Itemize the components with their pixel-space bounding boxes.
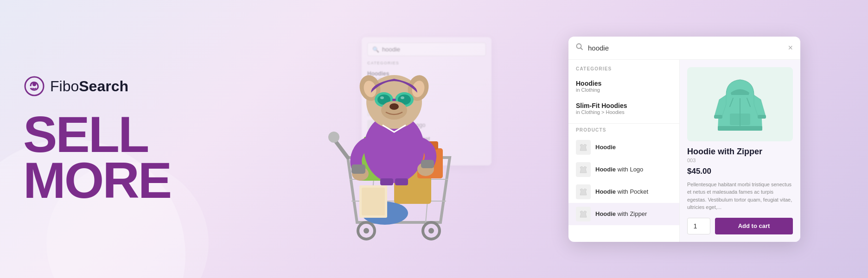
svg-point-11: [428, 228, 434, 234]
search-header: hoodie ×: [568, 37, 800, 60]
search-panel: hoodie × CATEGORIES Hoodies in Clothing: [568, 37, 800, 242]
product-detail-description: Pellentesque habitant morbi tristique se…: [687, 181, 793, 211]
detail-column: Hoodie with Zipper 003 $45.00 Pellentesq…: [680, 60, 800, 242]
product-detail-title: Hoodie with Zipper: [687, 147, 793, 157]
products-section-label: PRODUCTS: [568, 127, 679, 136]
right-section: hoodie × CATEGORIES Hoodies in Clothing: [501, 27, 868, 251]
category-name-hoodies: Hoodies: [576, 80, 672, 87]
logo-text: FiboSearch: [50, 78, 128, 95]
svg-point-39: [389, 103, 399, 110]
divider-1: [568, 123, 679, 124]
bg-search-value: hoodie: [382, 46, 400, 53]
add-to-cart-button[interactable]: Add to cart: [715, 218, 793, 234]
hero-headline: SELL MORE: [23, 111, 246, 203]
product-item-logo[interactable]: Hoodie with Logo: [568, 158, 679, 181]
page-container: FiboSearch SELL MORE 🔍 hoodie CATEGORIES…: [0, 0, 868, 278]
category-path-slim-fit: in Clothing > Hoodies: [576, 109, 672, 115]
product-name-zipper: Hoodie with Zipper: [595, 210, 647, 217]
svg-point-1: [32, 82, 36, 86]
svg-rect-48: [714, 115, 722, 119]
svg-point-35: [380, 96, 384, 99]
category-item-slim-fit[interactable]: Slim-Fit Hoodies in Clothing > Hoodies: [568, 97, 679, 120]
svg-rect-46: [730, 114, 750, 125]
product-name-hoodie: Hoodie: [595, 144, 616, 151]
quantity-input[interactable]: [687, 218, 710, 234]
search-input-display[interactable]: hoodie: [588, 44, 783, 52]
product-thumb-pocket: [576, 184, 591, 199]
svg-rect-21: [362, 188, 385, 215]
product-item-pocket[interactable]: Hoodie with Pocket: [568, 181, 679, 203]
svg-rect-47: [718, 126, 762, 131]
add-to-cart-row: Add to cart: [687, 218, 793, 234]
svg-point-36: [401, 96, 404, 99]
hoodie-image: [712, 74, 768, 134]
product-name-pocket: Hoodie with Pocket: [595, 188, 648, 195]
product-detail-price: $45.00: [687, 167, 793, 176]
product-name-logo: Hoodie with Logo: [595, 166, 643, 173]
close-icon[interactable]: ×: [788, 43, 793, 53]
search-icon: [576, 43, 583, 52]
svg-rect-40: [351, 164, 365, 174]
category-path-hoodies: in Clothing: [576, 87, 672, 93]
middle-section: 🔍 hoodie CATEGORIES Hoodies in Clothing …: [269, 0, 501, 278]
categories-section-label: CATEGORIES: [568, 66, 679, 75]
svg-rect-43: [395, 178, 408, 185]
product-thumb-hoodie: [576, 140, 591, 155]
product-thumb-zipper: [576, 207, 591, 221]
product-thumb-logo: [576, 162, 591, 177]
category-name-slim-fit: Slim-Fit Hoodies: [576, 102, 672, 109]
category-item-hoodies[interactable]: Hoodies in Clothing: [568, 75, 679, 97]
search-body: CATEGORIES Hoodies in Clothing Slim-Fit …: [568, 60, 800, 242]
logo: FiboSearch: [23, 75, 246, 97]
robot-illustration: [301, 56, 468, 278]
product-detail-sku: 003: [687, 158, 793, 163]
svg-point-7: [328, 132, 339, 143]
left-section: FiboSearch SELL MORE: [0, 57, 269, 221]
svg-rect-49: [758, 115, 766, 119]
product-item-zipper[interactable]: Hoodie with Zipper: [568, 203, 679, 225]
product-item-hoodie[interactable]: Hoodie: [568, 136, 679, 158]
svg-point-10: [364, 228, 369, 234]
svg-rect-37: [392, 99, 396, 101]
svg-rect-42: [380, 178, 393, 185]
fibo-logo-icon: [23, 75, 45, 97]
product-image-area: [687, 67, 793, 141]
svg-rect-41: [421, 160, 434, 168]
results-column: CATEGORIES Hoodies in Clothing Slim-Fit …: [568, 60, 680, 242]
